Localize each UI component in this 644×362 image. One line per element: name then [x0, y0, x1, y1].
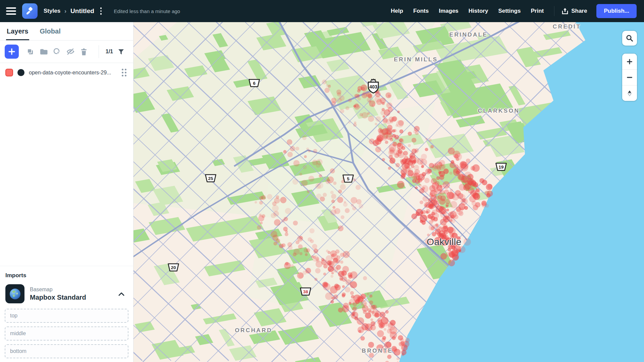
globe-icon — [8, 287, 22, 301]
plus-icon — [8, 48, 15, 55]
collapse-basemap-chevron-up-icon[interactable] — [115, 288, 128, 300]
divider — [554, 6, 554, 16]
map-area[interactable]: ERINDALEERIN MILLSCREDITCLARKSONORCHARDB… — [133, 22, 644, 362]
map-search-button[interactable] — [622, 31, 637, 46]
divider — [99, 45, 99, 58]
layer-name[interactable]: open-data-coyote-encounters-29... — [29, 70, 116, 76]
chevron-right-icon: › — [64, 8, 66, 15]
breadcrumb: Styles › Untitled — [44, 6, 104, 16]
nav-history[interactable]: History — [464, 4, 493, 18]
edited-status: Edited less than a minute ago — [114, 8, 180, 14]
import-slot-middle[interactable]: middle — [5, 326, 128, 341]
map-zoom-controls — [622, 54, 637, 101]
import-slot-top[interactable]: top — [5, 309, 128, 323]
slot-label: bottom — [10, 348, 26, 354]
mapbox-studio-logo[interactable] — [22, 3, 38, 19]
zoom-in-button[interactable] — [622, 54, 637, 69]
slot-label: top — [10, 313, 17, 319]
toggle-visibility-button[interactable] — [64, 45, 77, 58]
layer-counter: 1/1 — [106, 49, 113, 55]
trash-icon — [80, 48, 88, 56]
breadcrumb-doc-title: Untitled — [70, 7, 94, 15]
filter-funnel-icon — [118, 49, 124, 55]
add-layer-button[interactable] — [5, 45, 19, 59]
layer-row[interactable]: open-data-coyote-encounters-29... — [0, 63, 133, 82]
imports-section: Imports Basemap Mapbox Standard — [0, 266, 133, 362]
share-icon — [562, 8, 568, 15]
plus-icon — [627, 59, 632, 64]
basemap-name: Mapbox Standard — [30, 294, 110, 301]
import-slot-bottom[interactable]: bottom — [5, 344, 128, 358]
sidebar: LayersGlobal — [0, 22, 133, 362]
sidebar-tabs: LayersGlobal — [0, 22, 133, 41]
app-header: Styles › Untitled Edited less than a min… — [0, 0, 644, 22]
basemap-label: Basemap — [30, 287, 110, 293]
delete-layer-button[interactable] — [77, 45, 91, 58]
breadcrumb-styles[interactable]: Styles — [44, 8, 60, 14]
basemap-row[interactable]: Basemap Mapbox Standard — [4, 284, 129, 309]
style-options-kebab-icon[interactable] — [98, 6, 104, 16]
folder-icon — [40, 48, 48, 55]
layer-color-swatch[interactable] — [5, 69, 13, 76]
tab-layers[interactable]: Layers — [6, 22, 29, 40]
nav-print[interactable]: Print — [526, 4, 549, 18]
minus-icon — [627, 75, 632, 80]
publish-button[interactable]: Publish... — [596, 4, 637, 18]
menu-icon[interactable] — [6, 7, 16, 15]
filter-layers-button[interactable] — [116, 45, 126, 58]
nav-settings[interactable]: Settings — [493, 4, 526, 18]
nav-help[interactable]: Help — [386, 4, 408, 18]
group-layers-button[interactable] — [37, 45, 50, 58]
duplicate-layer-button[interactable] — [23, 45, 37, 58]
header-nav: HelpFontsImagesHistorySettingsPrint — [386, 4, 549, 18]
share-button[interactable]: Share — [560, 4, 589, 18]
select-data-button[interactable] — [50, 45, 64, 58]
nav-images[interactable]: Images — [434, 4, 464, 18]
basemap-thumbnail — [5, 284, 24, 303]
tab-global[interactable]: Global — [39, 22, 61, 40]
compass-bearing-button[interactable] — [622, 85, 637, 101]
nav-fonts[interactable]: Fonts — [408, 4, 434, 18]
eye-off-icon — [66, 48, 75, 55]
layers-toolbar: 1/1 — [0, 41, 133, 63]
layer-drag-handle-icon[interactable] — [120, 67, 128, 78]
paintbrush-icon — [25, 7, 34, 15]
pointer-circle-icon — [53, 48, 61, 56]
zoom-out-button[interactable] — [622, 69, 637, 85]
compass-icon — [627, 90, 632, 96]
map-canvas[interactable] — [133, 22, 644, 362]
layer-list: open-data-coyote-encounters-29... — [0, 63, 133, 82]
import-slots: topmiddlebottom — [4, 309, 129, 358]
circle-layer-type-icon — [17, 69, 24, 76]
search-icon — [626, 35, 633, 42]
duplicate-icon — [26, 48, 34, 55]
slot-label: middle — [10, 330, 26, 337]
imports-heading: Imports — [4, 271, 129, 284]
